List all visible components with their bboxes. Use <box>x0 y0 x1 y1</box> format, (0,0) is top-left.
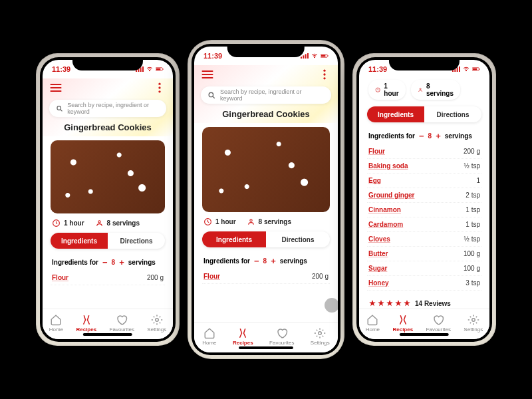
svg-point-4 <box>149 70 150 70</box>
svg-point-32 <box>323 77 325 79</box>
svg-line-15 <box>61 109 62 110</box>
tab-ingredients[interactable]: Ingredients <box>367 106 424 122</box>
svg-rect-0 <box>136 70 137 72</box>
clock-icon <box>52 219 61 227</box>
svg-rect-6 <box>156 68 160 70</box>
ingredient-row: Butter100 g <box>367 247 481 261</box>
phone-mockup-left: 11:39 <box>36 53 180 346</box>
svg-line-34 <box>213 96 215 98</box>
search-icon <box>207 91 216 100</box>
search-placeholder: Search by recipe, ingredient or keyword <box>67 102 160 115</box>
meta-servings-pill: 8 servings <box>411 80 460 100</box>
ingredient-amount: 3 tsp <box>466 279 480 287</box>
ingredient-amount: ½ tsp <box>464 235 480 243</box>
more-button[interactable] <box>153 81 166 97</box>
recipe-image <box>202 127 330 212</box>
reviews-count: 14 Reviews <box>415 300 451 307</box>
menu-button[interactable] <box>49 81 63 97</box>
servings-decrease[interactable]: − <box>254 257 259 265</box>
servings-increase[interactable]: + <box>436 132 441 140</box>
ingredient-name[interactable]: Cinnamon <box>368 206 401 213</box>
battery-icon <box>321 53 329 59</box>
heart-icon <box>432 314 444 326</box>
ingredient-row: Flour200 g <box>202 269 330 284</box>
svg-rect-38 <box>452 70 454 72</box>
tab-ingredients[interactable]: Ingredients <box>51 233 108 249</box>
ingredient-row: Cinnamon1 tsp <box>367 203 481 217</box>
tabs: Ingredients Directions <box>51 233 165 249</box>
nav-favourites[interactable]: Favourites <box>426 314 451 332</box>
nav-home[interactable]: Home <box>366 314 380 332</box>
heart-icon <box>276 327 288 339</box>
svg-point-17 <box>98 221 100 223</box>
ingredient-name[interactable]: Butter <box>368 250 388 257</box>
nav-favourites[interactable]: Favourites <box>110 314 134 332</box>
search-icon <box>56 104 63 113</box>
reviews-row[interactable]: 14 Reviews <box>367 294 481 309</box>
wifi-icon <box>146 66 154 72</box>
svg-point-30 <box>323 70 325 72</box>
svg-point-23 <box>314 57 315 57</box>
nav-home[interactable]: Home <box>202 327 216 346</box>
gear-icon <box>314 327 326 339</box>
ingredient-name[interactable]: Egg <box>368 177 381 184</box>
servings-decrease[interactable]: − <box>102 258 108 267</box>
home-indicator[interactable] <box>400 333 449 336</box>
nav-favourites[interactable]: Favourites <box>269 327 294 346</box>
servings-increase[interactable]: + <box>271 257 276 265</box>
tab-directions[interactable]: Directions <box>424 106 481 122</box>
home-indicator[interactable] <box>83 333 132 336</box>
svg-rect-7 <box>163 68 164 70</box>
svg-rect-26 <box>328 55 329 57</box>
ingredient-name[interactable]: Cardamom <box>368 221 403 228</box>
clock: 11:39 <box>52 65 70 73</box>
recipe-image <box>51 140 165 213</box>
ingredient-name[interactable]: Flour <box>368 148 385 155</box>
servings-icon <box>418 87 423 92</box>
ingredient-name[interactable]: Honey <box>368 279 389 287</box>
ingredient-row: Baking soda½ tsp <box>367 159 481 174</box>
ingredient-name[interactable]: Baking soda <box>368 162 408 170</box>
svg-point-36 <box>249 219 251 221</box>
svg-point-14 <box>57 106 61 110</box>
ingredient-name[interactable]: Sugar <box>368 265 387 272</box>
phone-mockup-center: 11:39 Search by recipe, ingredient or ke… <box>188 40 344 359</box>
ingredient-row: Flour200 g <box>367 144 481 159</box>
tab-directions[interactable]: Directions <box>266 231 330 247</box>
svg-rect-2 <box>140 67 142 72</box>
ingredient-amount: 100 g <box>464 250 480 257</box>
home-indicator[interactable] <box>239 346 293 349</box>
nav-home[interactable]: Home <box>49 314 63 332</box>
servings-increase[interactable]: + <box>119 258 124 267</box>
ingredient-row: Ground ginger2 tsp <box>367 188 481 203</box>
nav-settings[interactable]: Settings <box>464 314 483 332</box>
meta-duration: 1 hour <box>52 219 84 227</box>
nav-settings[interactable]: Settings <box>147 314 166 332</box>
tab-ingredients[interactable]: Ingredients <box>202 231 266 247</box>
servings-decrease[interactable]: − <box>419 132 424 140</box>
menu-button[interactable] <box>201 68 214 84</box>
nav-recipes[interactable]: Recipes <box>233 327 253 346</box>
ingredient-name[interactable]: Ground ginger <box>368 192 414 199</box>
svg-rect-25 <box>321 55 325 57</box>
svg-point-33 <box>209 92 213 96</box>
home-icon <box>203 327 215 339</box>
header: Search by recipe, ingredient or keyword … <box>43 78 173 136</box>
svg-rect-3 <box>142 66 144 72</box>
meta-duration: 1 hour <box>203 217 236 226</box>
ingredient-name[interactable]: Cloves <box>368 235 390 243</box>
more-button[interactable] <box>318 68 331 84</box>
meta-duration-pill: 1 hour <box>368 80 406 100</box>
search-input[interactable]: Search by recipe, ingredient or keyword <box>201 86 331 104</box>
clock: 11:39 <box>368 65 387 73</box>
svg-point-18 <box>156 318 159 321</box>
svg-rect-22 <box>307 53 309 59</box>
nav-recipes[interactable]: Recipes <box>392 314 413 332</box>
nav-recipes[interactable]: Recipes <box>76 314 96 332</box>
ingredient-row: Sugar100 g <box>367 261 481 276</box>
tab-directions[interactable]: Directions <box>108 233 165 249</box>
wifi-icon <box>462 66 470 72</box>
search-input[interactable]: Search by recipe, ingredient or keyword <box>49 100 166 117</box>
nav-settings[interactable]: Settings <box>311 327 330 346</box>
ingredient-amount: 2 tsp <box>466 192 480 199</box>
